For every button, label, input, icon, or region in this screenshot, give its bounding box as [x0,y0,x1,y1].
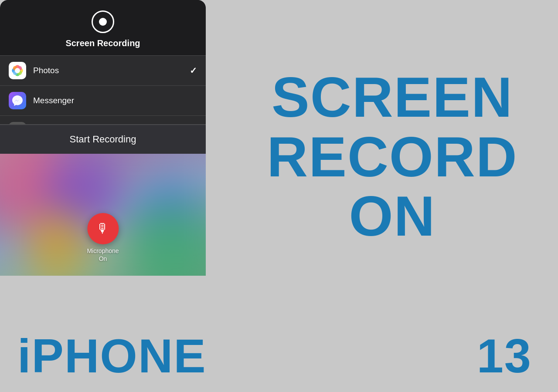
photos-app-icon [9,62,26,79]
svg-point-8 [15,68,20,73]
start-recording-label: Start Recording [70,134,136,145]
photos-checkmark: ✓ [190,65,197,76]
microphone-button[interactable]: 🎙 [87,213,119,244]
screen-recording-title: Screen Recording [65,38,140,48]
menu-item-messenger[interactable]: Messenger [0,86,206,116]
microphone-label: Microphone On [87,247,119,263]
photos-label: Photos [33,66,190,75]
messenger-app-icon [9,92,26,109]
headline-line1: SCREEN [272,68,513,127]
headline-line3: ON [349,186,436,246]
model-number: 13 [477,328,532,383]
headline-block: SCREEN RECORD ON [227,0,558,314]
record-icon-circle [92,10,114,33]
iphone-panel: Screen Recording [0,0,206,296]
menu-item-photos[interactable]: Photos ✓ [0,56,206,86]
messenger-label: Messenger [33,96,197,105]
photos-icon-svg [10,63,25,78]
iphone-label: iPHONE [17,328,207,383]
microphone-icon: 🎙 [96,221,109,236]
messenger-icon-svg [11,95,24,107]
screen-recording-menu: Screen Recording [0,0,206,154]
record-dot [99,18,107,26]
microphone-container: 🎙 Microphone On [87,213,119,263]
start-recording-button[interactable]: Start Recording [0,125,206,154]
bottom-row: iPHONE 13 [0,328,558,383]
partial-menu-item [0,116,206,125]
control-center-background: 🎙 Microphone On [0,154,206,276]
app-list: Photos ✓ Messenger [0,56,206,125]
headline-line2: RECORD [267,127,517,187]
recording-header: Screen Recording [0,0,206,55]
